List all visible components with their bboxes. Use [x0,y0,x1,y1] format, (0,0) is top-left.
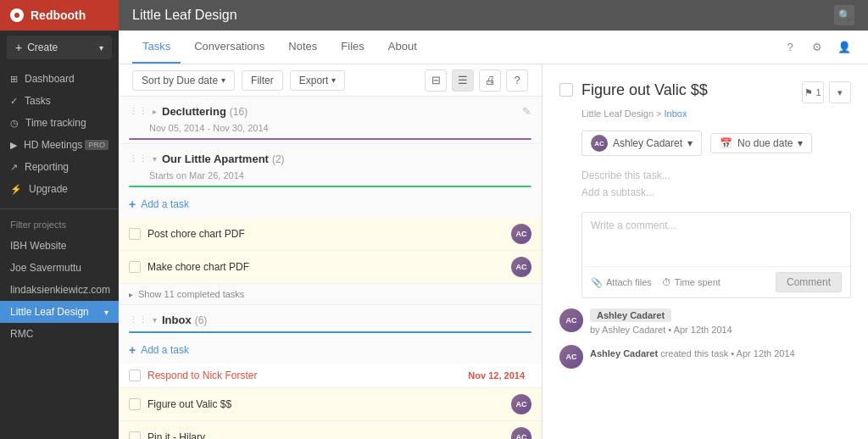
table-row[interactable]: Post chore chart PDF AC [119,218,542,251]
add-task-button[interactable]: + Add a task [119,191,542,218]
chevron-right-icon: ▾ [104,308,108,317]
sidebar-item-joe-savermuttu[interactable]: Joe Savermuttu [0,257,119,279]
chevron-down-icon: ▾ [99,43,103,53]
chevron-down-icon: ▾ [221,75,225,85]
sidebar-item-tasks[interactable]: ✓ Tasks [0,90,119,112]
tab-conversations[interactable]: Conversations [184,31,275,64]
assignee-button[interactable]: AC Ashley Cadaret ▾ [581,131,702,156]
table-row[interactable]: Pin it - Hilary AC [119,421,542,439]
edit-icon[interactable]: ✎ [522,105,531,118]
task-checkbox[interactable] [129,370,141,381]
sort-button[interactable]: Sort by Due date ▾ [132,70,235,91]
project-label: Little Leaf Design [10,306,89,318]
export-button[interactable]: Export ▾ [290,70,346,91]
table-row[interactable]: Figure out Valic $$ AC [119,388,542,421]
tab-notes[interactable]: Notes [278,31,327,64]
section-date: Starts on Mar 26, 2014 [119,170,542,186]
section-title: Decluttering [162,105,226,118]
comment-actions: 📎 Attach files ⏱ Time spent Comment [582,266,850,297]
sidebar-item-label: Tasks [25,95,51,107]
avatar: AC [511,257,531,277]
sidebar-item-label: Upgrade [29,183,68,195]
time-spent-button[interactable]: ⏱ Time spent [662,277,721,287]
sidebar-projects: IBH Website Joe Savermuttu lindaksienkie… [0,235,119,439]
comment-submit-button[interactable]: Comment [776,272,842,292]
collapse-icon[interactable]: ▸ [153,107,157,116]
sidebar-item-upgrade[interactable]: ⚡ Upgrade [0,178,119,200]
add-task-button[interactable]: + Add a task [119,336,542,364]
user-button[interactable]: 👤 [834,37,854,58]
brand-name: Redbooth [31,8,86,22]
avatar: AC [511,427,531,439]
sidebar-item-little-leaf-design[interactable]: Little Leaf Design ▾ [0,301,119,323]
help-button[interactable]: ? [506,69,528,92]
activity-item: AC Ashley Cadaret created this task • Ap… [559,345,851,369]
tab-about[interactable]: About [378,31,427,64]
activity-badge: Ashley Cadaret [590,308,671,322]
sidebar-item-dashboard[interactable]: ⊞ Dashboard [0,68,119,90]
show-completed-button[interactable]: Show 11 completed tasks [119,284,542,304]
table-row[interactable]: Respond to Nick Forster Nov 12, 2014 [119,364,542,388]
tab-files[interactable]: Files [331,31,374,64]
help-button[interactable]: ? [780,37,800,58]
detail-menu-button[interactable]: ▾ [829,81,851,103]
search-button[interactable]: 🔍 [834,5,854,25]
breadcrumb-section[interactable]: Inbox [665,108,687,119]
print-button[interactable]: 🖨 [479,69,501,92]
task-checkbox[interactable] [129,398,141,410]
sidebar-item-rmc[interactable]: RMC [0,323,119,345]
comment-box: 📎 Attach files ⏱ Time spent Comment [581,212,851,298]
settings-button[interactable]: ⚙ [807,37,827,58]
comment-input[interactable] [582,213,850,264]
count-label: ⚑ 1 [804,87,821,98]
avatar: AC [559,345,583,369]
task-checkbox[interactable] [129,261,141,273]
create-button[interactable]: Create ▾ [7,36,112,59]
sort-label: Sort by Due date [142,75,218,86]
sidebar-item-hd-meetings[interactable]: ▶ HD Meetings PRO [0,134,119,156]
main-content: Little Leaf Design 🔍 Tasks Conversations… [119,0,868,439]
due-date-button[interactable]: 📅 No due date ▾ [710,133,812,153]
collapse-icon[interactable]: ▾ [153,154,157,164]
time-label: Time spent [675,277,721,287]
task-toolbar: Sort by Due date ▾ Filter Export ▾ ⊟ ☰ 🖨… [119,64,542,97]
clock-icon: ◷ [10,118,19,129]
create-label: Create [27,42,58,53]
collapse-icon[interactable]: ▾ [153,315,157,325]
sidebar-item-ibh-website[interactable]: IBH Website [0,235,119,257]
attach-button[interactable]: 📎 Attach files [591,277,652,288]
activity-author: Ashley Cadaret [590,348,658,358]
detail-task-checkbox[interactable] [559,83,573,97]
filter-button[interactable]: Filter [242,70,283,91]
detail-count-button[interactable]: ⚑ 1 [802,81,824,103]
activity-text: Ashley Cadaret created this task • Apr 1… [590,345,795,358]
detail-title: Figure out Valic $$ [581,81,797,99]
section-count: (6) [195,314,208,326]
sidebar-item-reporting[interactable]: ↗ Reporting [0,156,119,178]
chevron-down-icon: ▾ [687,137,693,149]
section-date: Nov 05, 2014 - Nov 30, 2014 [119,123,542,138]
toolbar-view-options: ⊟ ☰ 🖨 ? [425,69,528,92]
chevron-down-icon: ▾ [798,137,803,149]
section-count: (16) [230,106,248,118]
sidebar-divider [0,208,119,209]
list-view-button[interactable]: ☰ [452,69,474,92]
section-inbox: ⋮⋮ ▾ Inbox (6) + Add a task Respond to N… [119,305,542,439]
tab-tasks[interactable]: Tasks [132,31,181,64]
task-name: Respond to Nick Forster [147,370,468,381]
task-name: Figure out Valic $$ [147,398,506,410]
task-detail-panel: Figure out Valic $$ ⚑ 1 ▾ Little Leaf De… [542,64,868,439]
avatar: AC [559,308,583,332]
table-row[interactable]: Make chore chart PDF AC [119,251,542,284]
add-task-label: Add a task [141,198,189,210]
task-list: Sort by Due date ▾ Filter Export ▾ ⊟ ☰ 🖨… [119,64,542,439]
grid-view-button[interactable]: ⊟ [425,69,447,92]
section-title: Our Little Apartment [162,153,269,165]
task-checkbox[interactable] [129,228,141,240]
subtask-placeholder[interactable]: Add a subtask... [581,186,851,198]
filter-label: Filter [251,75,274,86]
describe-placeholder[interactable]: Describe this task... [581,169,851,181]
sidebar-item-time-tracking[interactable]: ◷ Time tracking [0,112,119,134]
sidebar-item-lindaksienkiewicz[interactable]: lindaksienkiewicz.com [0,279,119,301]
task-checkbox[interactable] [129,431,141,439]
